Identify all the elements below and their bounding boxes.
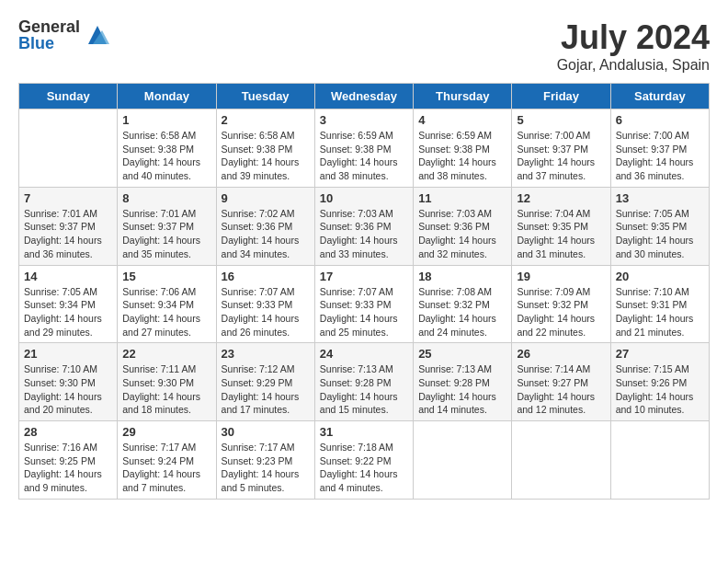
calendar-header-friday: Friday <box>512 84 610 109</box>
calendar-cell: 10Sunrise: 7:03 AM Sunset: 9:36 PM Dayli… <box>314 187 413 265</box>
day-info: Sunrise: 7:01 AM Sunset: 9:37 PM Dayligh… <box>122 207 210 261</box>
calendar-cell: 1Sunrise: 6:58 AM Sunset: 9:38 PM Daylig… <box>118 109 216 188</box>
day-info: Sunrise: 7:17 AM Sunset: 9:24 PM Dayligh… <box>122 441 210 495</box>
calendar-cell: 12Sunrise: 7:04 AM Sunset: 9:35 PM Dayli… <box>512 187 610 265</box>
calendar-cell: 19Sunrise: 7:09 AM Sunset: 9:32 PM Dayli… <box>512 265 610 343</box>
calendar-header-sunday: Sunday <box>19 84 118 109</box>
calendar-cell <box>414 421 512 500</box>
calendar-cell: 7Sunrise: 7:01 AM Sunset: 9:37 PM Daylig… <box>19 187 118 265</box>
calendar-cell: 15Sunrise: 7:06 AM Sunset: 9:34 PM Dayli… <box>118 265 216 343</box>
calendar-cell: 6Sunrise: 7:00 AM Sunset: 9:37 PM Daylig… <box>610 109 709 188</box>
calendar-header-monday: Monday <box>118 84 216 109</box>
month-title: July 2024 <box>557 18 710 57</box>
day-info: Sunrise: 7:02 AM Sunset: 9:36 PM Dayligh… <box>222 207 310 261</box>
day-number: 14 <box>24 270 112 283</box>
day-info: Sunrise: 6:59 AM Sunset: 9:38 PM Dayligh… <box>320 129 408 183</box>
day-info: Sunrise: 7:00 AM Sunset: 9:37 PM Dayligh… <box>517 129 605 183</box>
day-info: Sunrise: 7:09 AM Sunset: 9:32 PM Dayligh… <box>517 285 605 339</box>
day-number: 20 <box>616 270 704 283</box>
day-info: Sunrise: 7:06 AM Sunset: 9:34 PM Dayligh… <box>122 285 210 339</box>
calendar-header-row: SundayMondayTuesdayWednesdayThursdayFrid… <box>19 84 710 109</box>
day-info: Sunrise: 7:00 AM Sunset: 9:37 PM Dayligh… <box>616 129 704 183</box>
day-number: 13 <box>616 191 704 205</box>
calendar-cell: 26Sunrise: 7:14 AM Sunset: 9:27 PM Dayli… <box>512 343 610 421</box>
calendar-cell: 3Sunrise: 6:59 AM Sunset: 9:38 PM Daylig… <box>314 109 413 188</box>
calendar-cell: 21Sunrise: 7:10 AM Sunset: 9:30 PM Dayli… <box>19 343 118 421</box>
day-info: Sunrise: 7:16 AM Sunset: 9:25 PM Dayligh… <box>24 441 112 495</box>
calendar-header-saturday: Saturday <box>610 84 709 109</box>
day-number: 16 <box>222 270 310 283</box>
day-number: 24 <box>320 347 408 361</box>
logo-general: General <box>18 18 80 35</box>
day-info: Sunrise: 7:14 AM Sunset: 9:27 PM Dayligh… <box>517 362 605 417</box>
calendar-cell: 14Sunrise: 7:05 AM Sunset: 9:34 PM Dayli… <box>19 265 118 343</box>
calendar-cell: 30Sunrise: 7:17 AM Sunset: 9:23 PM Dayli… <box>216 421 314 500</box>
day-info: Sunrise: 7:05 AM Sunset: 9:35 PM Dayligh… <box>616 207 704 261</box>
day-number: 19 <box>517 270 605 283</box>
day-number: 25 <box>418 347 506 361</box>
calendar-cell: 5Sunrise: 7:00 AM Sunset: 9:37 PM Daylig… <box>512 109 610 188</box>
calendar-cell: 24Sunrise: 7:13 AM Sunset: 9:28 PM Dayli… <box>314 343 413 421</box>
calendar-cell: 13Sunrise: 7:05 AM Sunset: 9:35 PM Dayli… <box>610 187 709 265</box>
calendar-table: SundayMondayTuesdayWednesdayThursdayFrid… <box>18 83 710 500</box>
page-header: General Blue July 2024 Gojar, Andalusia,… <box>18 18 710 74</box>
day-number: 27 <box>616 347 704 361</box>
calendar-week-row: 28Sunrise: 7:16 AM Sunset: 9:25 PM Dayli… <box>19 421 710 500</box>
calendar-cell: 25Sunrise: 7:13 AM Sunset: 9:28 PM Dayli… <box>414 343 512 421</box>
day-number: 15 <box>122 270 210 283</box>
day-number: 18 <box>418 270 506 283</box>
day-number: 21 <box>24 347 112 361</box>
day-number: 6 <box>616 113 704 127</box>
day-info: Sunrise: 7:15 AM Sunset: 9:26 PM Dayligh… <box>616 362 704 417</box>
day-info: Sunrise: 7:13 AM Sunset: 9:28 PM Dayligh… <box>418 362 506 417</box>
location-title: Gojar, Andalusia, Spain <box>557 57 710 74</box>
day-info: Sunrise: 7:13 AM Sunset: 9:28 PM Dayligh… <box>320 362 408 417</box>
day-number: 1 <box>122 113 210 127</box>
day-number: 4 <box>418 113 506 127</box>
calendar-cell <box>610 421 709 500</box>
day-info: Sunrise: 7:01 AM Sunset: 9:37 PM Dayligh… <box>24 207 112 261</box>
day-info: Sunrise: 7:04 AM Sunset: 9:35 PM Dayligh… <box>517 207 605 261</box>
day-info: Sunrise: 6:58 AM Sunset: 9:38 PM Dayligh… <box>222 129 310 183</box>
day-info: Sunrise: 6:58 AM Sunset: 9:38 PM Dayligh… <box>122 129 210 183</box>
day-number: 3 <box>320 113 408 127</box>
calendar-week-row: 7Sunrise: 7:01 AM Sunset: 9:37 PM Daylig… <box>19 187 710 265</box>
calendar-cell: 28Sunrise: 7:16 AM Sunset: 9:25 PM Dayli… <box>19 421 118 500</box>
calendar-cell: 27Sunrise: 7:15 AM Sunset: 9:26 PM Dayli… <box>610 343 709 421</box>
calendar-week-row: 21Sunrise: 7:10 AM Sunset: 9:30 PM Dayli… <box>19 343 710 421</box>
logo-icon <box>84 21 111 49</box>
day-info: Sunrise: 7:07 AM Sunset: 9:33 PM Dayligh… <box>222 285 310 339</box>
calendar-cell: 22Sunrise: 7:11 AM Sunset: 9:30 PM Dayli… <box>118 343 216 421</box>
calendar-cell: 18Sunrise: 7:08 AM Sunset: 9:32 PM Dayli… <box>414 265 512 343</box>
calendar-cell: 16Sunrise: 7:07 AM Sunset: 9:33 PM Dayli… <box>216 265 314 343</box>
day-number: 10 <box>320 191 408 205</box>
calendar-cell: 31Sunrise: 7:18 AM Sunset: 9:22 PM Dayli… <box>314 421 413 500</box>
calendar-cell: 11Sunrise: 7:03 AM Sunset: 9:36 PM Dayli… <box>414 187 512 265</box>
day-info: Sunrise: 7:03 AM Sunset: 9:36 PM Dayligh… <box>418 207 506 261</box>
day-info: Sunrise: 6:59 AM Sunset: 9:38 PM Dayligh… <box>418 129 506 183</box>
day-number: 11 <box>418 191 506 205</box>
day-info: Sunrise: 7:08 AM Sunset: 9:32 PM Dayligh… <box>418 285 506 339</box>
day-info: Sunrise: 7:10 AM Sunset: 9:30 PM Dayligh… <box>24 362 112 417</box>
calendar-cell: 8Sunrise: 7:01 AM Sunset: 9:37 PM Daylig… <box>118 187 216 265</box>
calendar-cell: 17Sunrise: 7:07 AM Sunset: 9:33 PM Dayli… <box>314 265 413 343</box>
day-number: 9 <box>222 191 310 205</box>
day-info: Sunrise: 7:03 AM Sunset: 9:36 PM Dayligh… <box>320 207 408 261</box>
calendar-cell: 9Sunrise: 7:02 AM Sunset: 9:36 PM Daylig… <box>216 187 314 265</box>
day-info: Sunrise: 7:18 AM Sunset: 9:22 PM Dayligh… <box>320 441 408 495</box>
calendar-header-wednesday: Wednesday <box>314 84 413 109</box>
day-info: Sunrise: 7:17 AM Sunset: 9:23 PM Dayligh… <box>222 441 310 495</box>
day-info: Sunrise: 7:07 AM Sunset: 9:33 PM Dayligh… <box>320 285 408 339</box>
day-number: 26 <box>517 347 605 361</box>
day-number: 7 <box>24 191 112 205</box>
calendar-week-row: 14Sunrise: 7:05 AM Sunset: 9:34 PM Dayli… <box>19 265 710 343</box>
calendar-cell: 23Sunrise: 7:12 AM Sunset: 9:29 PM Dayli… <box>216 343 314 421</box>
day-info: Sunrise: 7:10 AM Sunset: 9:31 PM Dayligh… <box>616 285 704 339</box>
day-info: Sunrise: 7:11 AM Sunset: 9:30 PM Dayligh… <box>122 362 210 417</box>
calendar-cell <box>19 109 118 188</box>
calendar-cell <box>512 421 610 500</box>
logo: General Blue <box>18 18 111 52</box>
calendar-week-row: 1Sunrise: 6:58 AM Sunset: 9:38 PM Daylig… <box>19 109 710 188</box>
calendar-cell: 2Sunrise: 6:58 AM Sunset: 9:38 PM Daylig… <box>216 109 314 188</box>
calendar-header-thursday: Thursday <box>414 84 512 109</box>
